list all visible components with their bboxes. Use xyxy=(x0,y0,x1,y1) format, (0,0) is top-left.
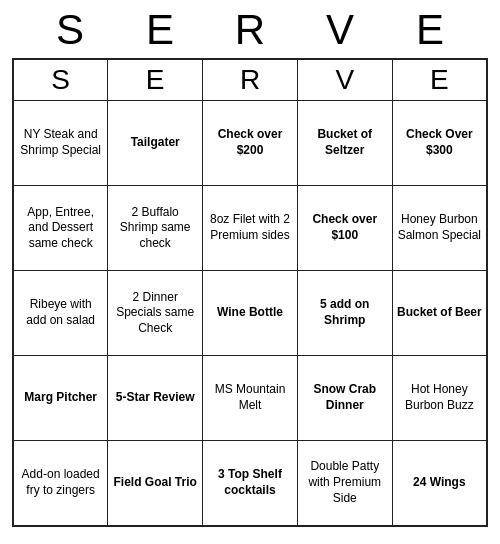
bingo-cell: 3 Top Shelf cocktails xyxy=(203,441,298,526)
bingo-cell: Double Patty with Premium Side xyxy=(297,441,392,526)
bingo-cell: App, Entree, and Dessert same check xyxy=(13,186,108,271)
header-cell: R xyxy=(203,59,298,101)
bingo-cell: Honey Burbon Salmon Special xyxy=(392,186,487,271)
bingo-cell: Snow Crab Dinner xyxy=(297,356,392,441)
bingo-cell: 2 Dinner Specials same Check xyxy=(108,271,203,356)
bingo-cell: 8oz Filet with 2 Premium sides xyxy=(203,186,298,271)
table-row: NY Steak and Shrimp SpecialTailgaterChec… xyxy=(13,101,487,186)
bingo-cell: NY Steak and Shrimp Special xyxy=(13,101,108,186)
bingo-cell: Add-on loaded fry to zingers xyxy=(13,441,108,526)
bingo-cell: Tailgater xyxy=(108,101,203,186)
header-cell: E xyxy=(392,59,487,101)
bingo-cell: Wine Bottle xyxy=(203,271,298,356)
title-row: SERVE xyxy=(0,0,500,58)
bingo-cell: Field Goal Trio xyxy=(108,441,203,526)
bingo-cell: Check Over $300 xyxy=(392,101,487,186)
title-letter: S xyxy=(25,6,115,54)
bingo-cell: 5 add on Shrimp xyxy=(297,271,392,356)
bingo-grid: SERVE NY Steak and Shrimp SpecialTailgat… xyxy=(12,58,488,527)
bingo-cell: Bucket of Seltzer xyxy=(297,101,392,186)
bingo-cell: 5-Star Review xyxy=(108,356,203,441)
title-letter: R xyxy=(205,6,295,54)
table-row: Marg Pitcher5-Star ReviewMS Mountain Mel… xyxy=(13,356,487,441)
table-row: Ribeye with add on salad2 Dinner Special… xyxy=(13,271,487,356)
bingo-cell: Check over $100 xyxy=(297,186,392,271)
bingo-cell: 24 Wings xyxy=(392,441,487,526)
bingo-cell: Check over $200 xyxy=(203,101,298,186)
table-row: App, Entree, and Dessert same check2 Buf… xyxy=(13,186,487,271)
header-row: SERVE xyxy=(13,59,487,101)
bingo-cell: Marg Pitcher xyxy=(13,356,108,441)
bingo-cell: Hot Honey Burbon Buzz xyxy=(392,356,487,441)
bingo-cell: Bucket of Beer xyxy=(392,271,487,356)
grid-body: NY Steak and Shrimp SpecialTailgaterChec… xyxy=(13,101,487,526)
bingo-cell: 2 Buffalo Shrimp same check xyxy=(108,186,203,271)
header-cell: V xyxy=(297,59,392,101)
title-letter: E xyxy=(385,6,475,54)
title-letter: E xyxy=(115,6,205,54)
header-cell: E xyxy=(108,59,203,101)
bingo-cell: MS Mountain Melt xyxy=(203,356,298,441)
title-letter: V xyxy=(295,6,385,54)
header-cell: S xyxy=(13,59,108,101)
table-row: Add-on loaded fry to zingersField Goal T… xyxy=(13,441,487,526)
bingo-cell: Ribeye with add on salad xyxy=(13,271,108,356)
